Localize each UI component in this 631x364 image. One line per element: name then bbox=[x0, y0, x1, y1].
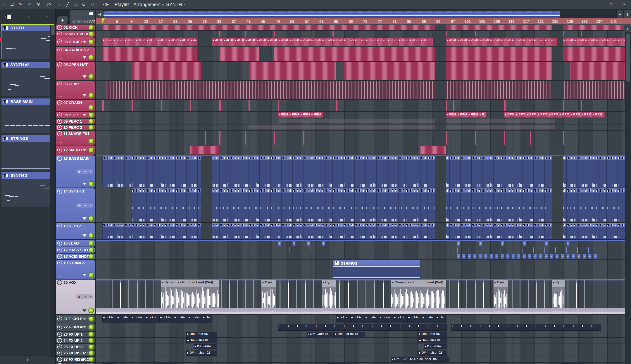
pattern-clip[interactable] bbox=[621, 188, 625, 222]
pattern-clip[interactable] bbox=[267, 188, 270, 222]
pattern-clip[interactable] bbox=[303, 188, 307, 222]
pattern-clip[interactable] bbox=[165, 156, 168, 187]
fx-audio-clip[interactable]: ▸D#m -..iser 02 bbox=[186, 350, 217, 356]
fx-audio-clip[interactable]: ▸ bbox=[427, 324, 437, 330]
pattern-clip[interactable] bbox=[380, 223, 384, 239]
pattern-clip[interactable] bbox=[267, 156, 270, 187]
pattern-clip[interactable] bbox=[168, 188, 172, 222]
clip-hatch[interactable] bbox=[190, 146, 219, 154]
track-mode-icon[interactable]: A bbox=[57, 248, 62, 252]
pattern-clip[interactable] bbox=[186, 156, 190, 187]
track-lane-26[interactable]: ▸D#m -..iser 02▸D#m -..iser 02 bbox=[96, 350, 631, 356]
track-lane-06[interactable] bbox=[96, 81, 631, 99]
pattern-clip[interactable] bbox=[479, 156, 482, 187]
pattern-clip[interactable] bbox=[179, 223, 183, 239]
pattern-clip[interactable] bbox=[617, 156, 621, 187]
pattern-clip[interactable] bbox=[154, 156, 157, 187]
pattern-clip[interactable] bbox=[479, 188, 482, 222]
audio-clip[interactable]: ▸JF..8 bbox=[234, 38, 247, 46]
clip-lines[interactable] bbox=[446, 81, 551, 99]
pattern-clip[interactable] bbox=[464, 156, 468, 187]
fx-audio-clip[interactable]: ▸..ckle bbox=[117, 315, 133, 322]
pattern-clip[interactable] bbox=[300, 188, 303, 222]
fx-audio-clip[interactable]: ▸ bbox=[507, 324, 517, 330]
clip-tick[interactable] bbox=[479, 248, 479, 252]
pattern-clip[interactable] bbox=[296, 223, 300, 239]
picker-piano-icon[interactable] bbox=[6, 14, 11, 18]
pattern-clip[interactable] bbox=[154, 188, 157, 222]
pattern-clip[interactable] bbox=[322, 188, 325, 222]
pattern-clip[interactable] bbox=[566, 156, 570, 187]
pattern-clip[interactable] bbox=[128, 156, 132, 187]
pattern-clip[interactable] bbox=[183, 156, 187, 187]
pattern-clip[interactable] bbox=[227, 223, 230, 239]
track-header-27[interactable]: A27 FX RISER 2 bbox=[56, 356, 95, 362]
fx-audio-clip[interactable]: ▸..ckle bbox=[393, 315, 409, 322]
pattern-clip[interactable] bbox=[566, 223, 570, 239]
track-mode-icon[interactable]: A bbox=[57, 338, 62, 343]
track-mode-icon[interactable]: A bbox=[57, 62, 62, 67]
fx-audio-clip[interactable]: ▸ bbox=[488, 324, 499, 330]
audio-clip[interactable]: ▸JF..8 bbox=[179, 38, 192, 46]
pattern-clip[interactable] bbox=[245, 188, 249, 222]
shot-clip[interactable]: ∿ bbox=[479, 254, 482, 259]
audio-clip[interactable]: ▸J.. bbox=[190, 38, 197, 46]
pattern-clip[interactable] bbox=[453, 223, 457, 239]
clip-tick[interactable] bbox=[530, 131, 531, 144]
pattern-clip[interactable] bbox=[351, 223, 354, 239]
pattern-clip[interactable] bbox=[486, 188, 490, 222]
track-header-22[interactable]: A22 F..DROP bbox=[56, 324, 95, 331]
pattern-clip[interactable] bbox=[471, 188, 475, 222]
pattern-clip[interactable] bbox=[409, 223, 413, 239]
audio-clip[interactable]: ▸JF..8 bbox=[245, 38, 257, 46]
pattern-clip[interactable] bbox=[391, 188, 395, 222]
clip-tick[interactable] bbox=[504, 131, 505, 144]
fx-audio-clip[interactable]: ▸..ckle bbox=[145, 315, 161, 322]
audio-clip[interactable]: ▸JF..8 bbox=[344, 38, 356, 46]
pattern-clip[interactable] bbox=[369, 188, 373, 222]
pattern-clip[interactable] bbox=[603, 188, 607, 222]
pattern-clip[interactable] bbox=[303, 156, 307, 187]
slip-edit-icon[interactable]: ✎ bbox=[17, 2, 25, 7]
pattern-clip[interactable] bbox=[512, 156, 515, 187]
pattern-clip[interactable] bbox=[493, 188, 497, 222]
clip-hatchw[interactable] bbox=[446, 62, 552, 80]
pattern-clip[interactable] bbox=[318, 156, 322, 187]
fx-audio-clip[interactable]: ▸ bbox=[497, 324, 508, 330]
pattern-clip[interactable] bbox=[614, 223, 617, 239]
pattern-clip[interactable] bbox=[227, 156, 230, 187]
breadcrumb-pattern[interactable]: SYNTH bbox=[166, 2, 182, 7]
pattern-clip[interactable] bbox=[497, 156, 500, 187]
pattern-clip[interactable] bbox=[165, 188, 168, 222]
pattern-clip[interactable] bbox=[234, 188, 238, 222]
fx-audio-clip[interactable]: ▸..ckle bbox=[422, 315, 438, 322]
fx-audio-clip[interactable]: ▸ bbox=[408, 324, 419, 330]
fx-audio-clip[interactable]: ▸ bbox=[525, 324, 536, 330]
pattern-clip[interactable] bbox=[278, 223, 281, 239]
track-header-21[interactable]: A21 F..CKLE bbox=[56, 315, 95, 323]
pattern-clip[interactable] bbox=[351, 156, 354, 187]
pattern-clip[interactable] bbox=[289, 156, 292, 187]
pattern-clip[interactable] bbox=[150, 156, 154, 187]
fx-audio-clip[interactable]: ▸..ckle bbox=[131, 315, 147, 322]
track-header-05[interactable]: A05 OPEN HAT... bbox=[56, 62, 95, 80]
pattern-clip[interactable] bbox=[515, 188, 519, 222]
pattern-clip[interactable] bbox=[278, 156, 281, 187]
track-mode-icon[interactable]: A bbox=[57, 241, 62, 246]
pattern-clip[interactable] bbox=[585, 223, 588, 239]
shot-clip[interactable]: ∿ bbox=[468, 254, 471, 259]
pattern-clip[interactable] bbox=[285, 223, 289, 239]
pattern-clip[interactable] bbox=[267, 223, 270, 239]
pattern-clip[interactable] bbox=[296, 188, 300, 222]
shot-clip[interactable]: ∿ bbox=[500, 254, 504, 259]
shot-clip[interactable]: ∿ bbox=[512, 254, 515, 259]
audio-clip[interactable]: ▸BPM bbox=[300, 112, 312, 118]
pattern-clip[interactable] bbox=[373, 156, 376, 187]
pattern-item-synth-2[interactable]: SYNTH 2 bbox=[1, 172, 54, 207]
mute-led[interactable] bbox=[88, 74, 94, 79]
shot-clip[interactable]: ∿ bbox=[517, 254, 520, 259]
audio-clip[interactable]: ▸BPM bbox=[581, 112, 593, 118]
pattern-clip[interactable] bbox=[194, 223, 197, 239]
clip-tick[interactable] bbox=[205, 131, 206, 144]
fx-audio-clip[interactable]: ▸ bbox=[516, 324, 527, 330]
